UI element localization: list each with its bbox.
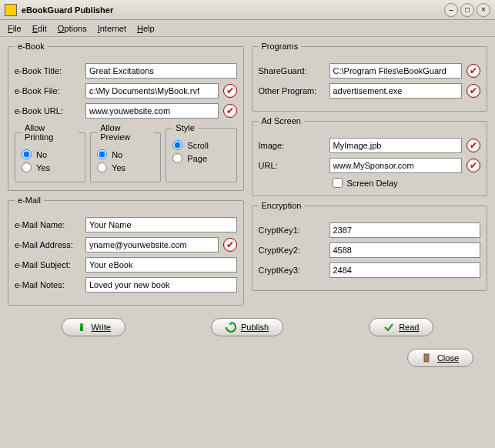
ebook-file-input[interactable] — [85, 83, 219, 99]
email-notes-input[interactable] — [85, 277, 237, 293]
titlebar: eBookGuard Publisher – □ × — [0, 0, 495, 20]
ad-screen-legend: Ad Screen — [259, 116, 304, 125]
cryptkey3-input[interactable] — [329, 262, 481, 278]
read-button-label: Read — [399, 323, 419, 332]
style-scroll-label: Scroll — [187, 141, 209, 150]
email-subject-input[interactable] — [85, 257, 237, 272]
ad-screen-group: Ad Screen Image: ✔ URL: ✔ Screen Delay — [252, 116, 488, 196]
svg-rect-1 — [80, 326, 83, 331]
other-program-check-icon[interactable]: ✔ — [467, 84, 480, 98]
cryptkey3-label: CryptKey3: — [259, 266, 329, 275]
ebook-url-input[interactable] — [85, 103, 219, 119]
svg-rect-2 — [424, 354, 429, 362]
email-address-label: e-Mail Address: — [15, 240, 85, 249]
allow-preview-yes-label: Yes — [112, 163, 125, 172]
allow-preview-yes-radio[interactable] — [97, 162, 107, 172]
cryptkey1-label: CryptKey1: — [259, 226, 329, 235]
menubar: File Edit Options Internet Help — [0, 20, 495, 37]
style-page-label: Page — [187, 154, 207, 163]
close-window-button[interactable]: × — [477, 3, 490, 17]
ebook-title-input[interactable] — [85, 63, 237, 79]
ad-url-check-icon[interactable]: ✔ — [467, 159, 480, 172]
programs-group: Programs ShareGuard: ✔ Other Program: ✔ — [252, 42, 488, 112]
write-button[interactable]: Write — [62, 318, 125, 336]
ebook-file-label: e-Book File: — [15, 86, 85, 95]
door-icon — [422, 353, 433, 363]
window-title: eBookGuard Publisher — [22, 5, 444, 15]
shareguard-check-icon[interactable]: ✔ — [467, 64, 480, 78]
style-scroll-radio[interactable] — [172, 140, 182, 150]
maximize-button[interactable]: □ — [460, 3, 474, 17]
svg-rect-3 — [429, 354, 430, 362]
allow-preview-no-label: No — [112, 150, 122, 159]
encryption-group: Encryption CryptKey1: CryptKey2: CryptKe… — [252, 201, 488, 291]
email-name-label: e-Mail Name: — [15, 220, 85, 229]
allow-printing-group: Allow Printing No Yes — [15, 123, 85, 182]
check-icon — [383, 322, 394, 333]
cryptkey2-label: CryptKey2: — [259, 246, 329, 255]
write-button-label: Write — [92, 323, 111, 332]
publish-button-label: Publish — [241, 323, 269, 332]
screen-delay-label: Screen Delay — [347, 179, 398, 188]
email-address-input[interactable] — [85, 237, 219, 252]
publish-button[interactable]: Publish — [211, 318, 283, 336]
cryptkey2-input[interactable] — [329, 242, 481, 258]
shareguard-input[interactable] — [329, 63, 463, 79]
email-notes-label: e-Mail Notes: — [15, 280, 85, 289]
action-buttons-row: Write Publish Read — [0, 310, 495, 344]
style-legend: Style — [172, 123, 197, 132]
ebook-legend: e-Book — [15, 42, 48, 51]
allow-printing-no-label: No — [36, 150, 47, 159]
refresh-icon — [226, 322, 236, 333]
style-group: Style Scroll Page — [166, 123, 236, 182]
close-button[interactable]: Close — [407, 349, 473, 367]
minimize-button[interactable]: – — [444, 3, 458, 17]
close-button-label: Close — [437, 353, 459, 363]
read-button[interactable]: Read — [369, 318, 433, 336]
ad-image-label: Image: — [259, 141, 329, 150]
menu-options[interactable]: Options — [58, 24, 87, 33]
encryption-legend: Encryption — [259, 201, 305, 210]
menu-help[interactable]: Help — [137, 24, 155, 33]
ad-image-input[interactable] — [329, 138, 463, 153]
write-icon — [76, 322, 87, 333]
ebook-url-check-icon[interactable]: ✔ — [223, 104, 237, 118]
ebook-title-label: e-Book Title: — [15, 66, 85, 75]
other-program-label: Other Program: — [259, 86, 329, 95]
ad-url-input[interactable] — [329, 158, 463, 173]
ad-url-label: URL: — [259, 161, 329, 170]
email-name-input[interactable] — [85, 217, 237, 232]
allow-preview-legend: Allow Preview — [97, 123, 154, 142]
other-program-input[interactable] — [329, 83, 463, 99]
ebook-file-check-icon[interactable]: ✔ — [223, 84, 237, 98]
svg-point-0 — [80, 323, 83, 326]
allow-printing-no-radio[interactable] — [22, 149, 32, 159]
style-page-radio[interactable] — [172, 153, 182, 163]
allow-printing-yes-radio[interactable] — [22, 162, 32, 172]
email-address-check-icon[interactable]: ✔ — [223, 238, 237, 252]
menu-internet[interactable]: Internet — [98, 24, 126, 33]
programs-legend: Programs — [259, 42, 302, 51]
shareguard-label: ShareGuard: — [259, 66, 329, 75]
app-icon — [5, 4, 17, 16]
allow-printing-yes-label: Yes — [36, 163, 50, 172]
ebook-group: e-Book e-Book Title: e-Book File: ✔ e-Bo… — [8, 42, 244, 191]
allow-printing-legend: Allow Printing — [22, 123, 79, 142]
menu-edit[interactable]: Edit — [32, 24, 47, 33]
email-subject-label: e-Mail Subject: — [15, 260, 85, 269]
screen-delay-checkbox[interactable] — [333, 178, 343, 188]
email-group: e-Mail e-Mail Name: e-Mail Address: ✔ e-… — [8, 196, 244, 306]
email-legend: e-Mail — [15, 196, 44, 205]
cryptkey1-input[interactable] — [329, 222, 481, 238]
allow-preview-no-radio[interactable] — [97, 149, 107, 159]
ad-image-check-icon[interactable]: ✔ — [467, 139, 480, 152]
menu-file[interactable]: File — [8, 24, 22, 33]
allow-preview-group: Allow Preview No Yes — [90, 123, 161, 182]
ebook-url-label: e-Book URL: — [15, 106, 85, 115]
